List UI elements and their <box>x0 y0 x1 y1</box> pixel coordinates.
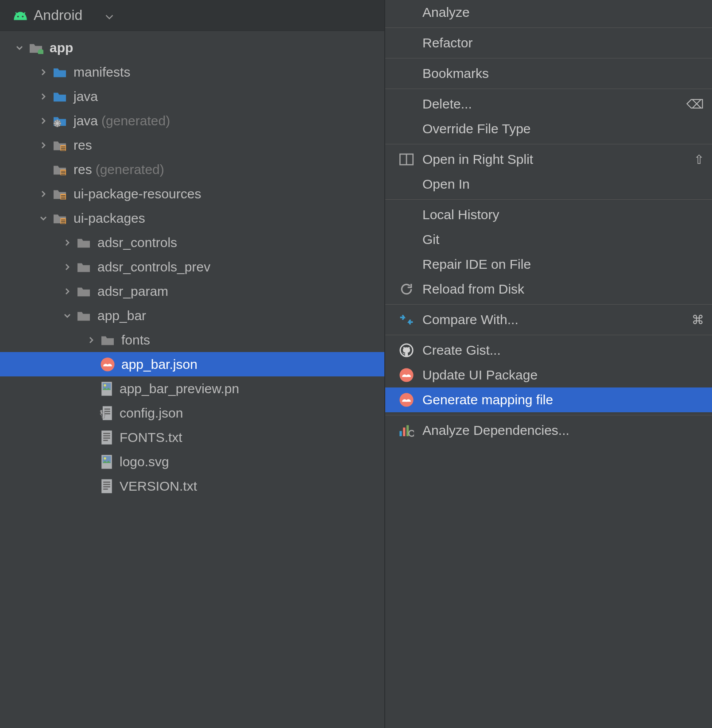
svg-rect-42 <box>103 486 110 488</box>
menu-item-label: Open In <box>422 177 470 192</box>
tree-node-label: fonts <box>121 333 150 348</box>
menu-divider <box>385 144 712 144</box>
svg-rect-27 <box>104 408 110 410</box>
chevron-right-icon[interactable] <box>39 68 48 77</box>
menu-item[interactable]: Repair IDE on File <box>385 252 712 277</box>
chevron-down-icon[interactable] <box>39 214 48 223</box>
svg-rect-9 <box>61 149 66 150</box>
image-file-icon <box>100 381 113 396</box>
menu-item-label: Create Gist... <box>422 343 501 358</box>
menu-item[interactable]: Open in Right Split⇧ <box>385 147 712 172</box>
tree-row[interactable]: app_bar.json <box>0 352 385 376</box>
chevron-right-icon[interactable] <box>63 287 72 296</box>
folder-blue-icon <box>52 90 67 103</box>
menu-item[interactable]: Analyze <box>385 0 712 25</box>
menu-item[interactable]: Compare With...⌘ <box>385 307 712 332</box>
menu-item[interactable]: Analyze Dependencies... <box>385 418 712 443</box>
menu-item-label: Reload from Disk <box>422 282 524 297</box>
compare-icon <box>399 312 414 328</box>
tree-row[interactable]: adsr_param <box>0 279 385 303</box>
menu-item[interactable]: Refactor <box>385 31 712 55</box>
menu-item-label: Update UI Package <box>422 368 538 383</box>
menu-item[interactable]: Override File Type <box>385 116 712 141</box>
folder-res-icon <box>52 212 67 225</box>
tree-row[interactable]: adsr_controls <box>0 230 385 255</box>
menu-item[interactable]: Bookmarks <box>385 61 712 86</box>
chevron-right-icon[interactable] <box>63 238 72 247</box>
tree-node-suffix: (generated) <box>101 113 170 128</box>
chevron-right-icon[interactable] <box>63 263 72 271</box>
tree-node-label: VERSION.txt <box>120 479 197 494</box>
menu-item[interactable]: Generate mapping file <box>385 387 712 412</box>
menu-item-shortcut: ⇧ <box>694 152 704 167</box>
tree-row[interactable]: res(generated) <box>0 157 385 182</box>
menu-item-label: Generate mapping file <box>422 392 553 407</box>
folder-grey-icon <box>76 261 91 273</box>
menu-item[interactable]: Open In <box>385 172 712 197</box>
tree-row[interactable]: manifests <box>0 60 385 84</box>
menu-item[interactable]: Reload from Disk <box>385 277 712 302</box>
tree-row[interactable]: fonts <box>0 328 385 352</box>
menu-item[interactable]: Create Gist... <box>385 338 712 363</box>
menu-item-label: Git <box>422 232 439 247</box>
svg-point-48 <box>399 393 413 407</box>
svg-rect-12 <box>61 172 66 173</box>
tree-node-label: ui-packages <box>74 211 145 226</box>
menu-item[interactable]: Update UI Package <box>385 363 712 387</box>
svg-line-53 <box>414 435 414 437</box>
folder-gen-icon <box>52 115 67 127</box>
svg-rect-13 <box>61 174 66 174</box>
svg-point-0 <box>17 15 19 17</box>
tree-row[interactable]: app_bar_preview.pn <box>0 376 385 401</box>
text-file-icon <box>100 479 113 494</box>
folder-grey-icon <box>76 310 91 322</box>
menu-item[interactable]: Local History <box>385 202 712 227</box>
menu-item-label: Compare With... <box>422 312 519 327</box>
menu-item[interactable]: Git <box>385 227 712 252</box>
tree-node-label: adsr_param <box>97 284 168 299</box>
tree-row[interactable]: logo.svg <box>0 449 385 474</box>
project-tree[interactable]: app manifests java java(generated) res <box>0 31 385 498</box>
tree-row[interactable]: VERSION.txt <box>0 474 385 498</box>
folder-grey-icon <box>76 236 91 249</box>
chevron-down-icon[interactable] <box>15 43 24 52</box>
menu-divider <box>385 335 712 335</box>
tree-row[interactable]: ui-packages <box>0 206 385 230</box>
folder-grey-icon <box>100 334 115 346</box>
tree-node-label: manifests <box>74 65 130 80</box>
menu-item-label: Open in Right Split <box>422 152 533 167</box>
svg-rect-17 <box>61 198 66 199</box>
tree-node-label: java <box>74 113 98 128</box>
tree-row[interactable]: FONTS.txt <box>0 425 385 449</box>
menu-item-label: Analyze <box>422 5 470 20</box>
chevron-right-icon[interactable] <box>39 92 48 101</box>
android-robot-icon <box>13 10 27 23</box>
chevron-right-icon[interactable] <box>39 141 48 150</box>
svg-rect-11 <box>61 170 66 171</box>
svg-point-47 <box>399 368 413 382</box>
reload-icon <box>399 281 414 297</box>
tree-node-label: config.json <box>120 406 183 421</box>
project-view-dropdown[interactable]: Android <box>0 0 385 31</box>
tree-row[interactable]: app <box>0 35 385 60</box>
svg-rect-8 <box>61 148 66 149</box>
tree-row[interactable]: java <box>0 84 385 108</box>
chevron-right-icon[interactable] <box>39 190 48 198</box>
tree-node-label: app_bar_preview.pn <box>120 381 239 396</box>
module-icon <box>28 42 43 54</box>
svg-rect-49 <box>399 431 402 436</box>
menu-divider <box>385 199 712 200</box>
menu-item-shortcut: ⌘ <box>692 313 704 327</box>
tree-row[interactable]: java(generated) <box>0 108 385 133</box>
tree-row[interactable]: {} config.json <box>0 401 385 425</box>
chevron-right-icon[interactable] <box>39 116 48 125</box>
tree-row[interactable]: adsr_controls_prev <box>0 255 385 279</box>
tree-row[interactable]: res <box>0 133 385 157</box>
root: Android app manifests java java(generate… <box>0 0 712 728</box>
chevron-right-icon[interactable] <box>87 336 96 345</box>
tree-node-label: adsr_controls_prev <box>97 259 210 275</box>
tree-row[interactable]: ui-package-resources <box>0 182 385 206</box>
chevron-down-icon[interactable] <box>63 311 72 320</box>
tree-row[interactable]: app_bar <box>0 303 385 328</box>
menu-item[interactable]: Delete...⌫ <box>385 92 712 116</box>
